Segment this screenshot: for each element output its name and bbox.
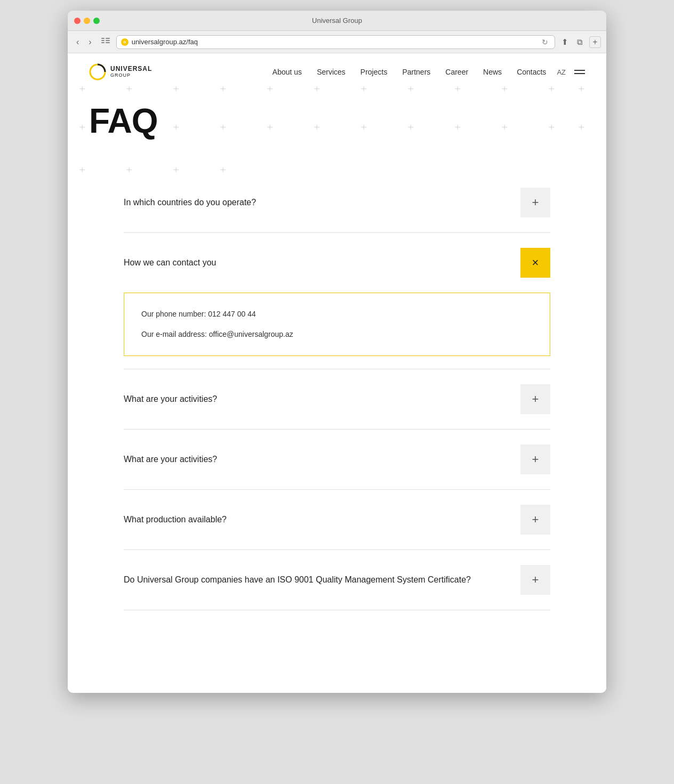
faq-item: What are your activities? + <box>124 430 550 490</box>
nav-link-partners[interactable]: Partners <box>402 68 430 76</box>
faq-phone-value: 012 447 00 44 <box>208 310 256 318</box>
toolbar-actions: ⬆ ⧉ <box>558 35 586 49</box>
svg-rect-2 <box>101 42 105 43</box>
favicon: o <box>121 38 129 46</box>
address-bar[interactable]: o universalgroup.az/faq ↻ <box>116 35 555 49</box>
faq-section: FAQ In which countries do you operate? +… <box>68 91 606 642</box>
nav-link-career[interactable]: Career <box>445 68 468 76</box>
minimize-button[interactable] <box>84 18 90 24</box>
faq-item: Do Universal Group companies have an ISO… <box>124 550 550 610</box>
logo-icon <box>89 63 106 80</box>
faq-question-4[interactable]: What are your activities? + <box>124 430 550 489</box>
faq-toggle-4[interactable]: + <box>520 444 550 474</box>
traffic-lights <box>74 18 100 24</box>
faq-question-5[interactable]: What production available? + <box>124 490 550 549</box>
faq-question-1[interactable]: In which countries do you operate? + <box>124 173 550 232</box>
faq-toggle-2[interactable]: × <box>520 248 550 278</box>
logo-sub: GROUP <box>110 73 152 78</box>
hamburger-menu[interactable] <box>574 70 585 74</box>
maximize-button[interactable] <box>93 18 100 24</box>
faq-phone-line: Our phone number: 012 447 00 44 <box>141 308 533 320</box>
nav-links: About us Services Projects Partners Care… <box>272 68 547 76</box>
title-bar: Universal Group <box>68 11 606 31</box>
page-title: FAQ <box>89 101 585 141</box>
faq-answer-2: Our phone number: 012 447 00 44 Our e-ma… <box>124 293 550 369</box>
forward-button[interactable]: › <box>85 35 94 49</box>
faq-toggle-5[interactable]: + <box>520 505 550 535</box>
faq-question-2[interactable]: How we can contact you × <box>124 233 550 293</box>
faq-question-text-1: In which countries do you operate? <box>124 198 256 207</box>
svg-rect-5 <box>106 42 110 43</box>
share-button[interactable]: ⬆ <box>558 35 572 49</box>
reader-button[interactable] <box>98 35 113 49</box>
nav-link-contacts[interactable]: Contacts <box>517 68 546 76</box>
faq-item: What are your activities? + <box>124 369 550 430</box>
svg-rect-4 <box>106 40 110 41</box>
faq-answer-box: Our phone number: 012 447 00 44 Our e-ma… <box>124 293 550 356</box>
faq-item-open: How we can contact you × Our phone numbe… <box>124 233 550 369</box>
nav-link-about[interactable]: About us <box>272 68 302 76</box>
faq-toggle-3[interactable]: + <box>520 384 550 414</box>
toolbar: ‹ › o universalgroup.az/faq ↻ ⬆ ⧉ + <box>68 31 606 53</box>
svg-rect-3 <box>106 38 110 39</box>
faq-question-text-2: How we can contact you <box>124 258 216 268</box>
faq-toggle-1[interactable]: + <box>520 188 550 217</box>
back-button[interactable]: ‹ <box>73 35 82 49</box>
faq-phone-label: Our phone number: <box>141 310 206 318</box>
faq-email-value: office@universalgroup.az <box>209 330 293 338</box>
svg-rect-0 <box>101 38 105 39</box>
faq-list: In which countries do you operate? + How… <box>124 173 550 610</box>
faq-email-label: Our e-mail address: <box>141 330 207 338</box>
add-tab-button[interactable]: ⧉ <box>574 35 586 49</box>
language-switcher[interactable]: AZ <box>557 68 566 76</box>
window-title: Universal Group <box>312 17 362 25</box>
faq-question-text-5: What production available? <box>124 515 227 524</box>
reload-button[interactable]: ↻ <box>540 37 550 47</box>
faq-question-3[interactable]: What are your activities? + <box>124 369 550 429</box>
navigation: UNIVERSAL GROUP About us Services Projec… <box>68 53 606 91</box>
faq-toggle-6[interactable]: + <box>520 565 550 595</box>
new-tab-button[interactable]: + <box>589 36 601 48</box>
faq-item: In which countries do you operate? + <box>124 173 550 233</box>
page-content: + + + + + + + + + + + + + + + + + + + + … <box>68 53 606 693</box>
hamburger-line-1 <box>574 70 585 71</box>
logo[interactable]: UNIVERSAL GROUP <box>89 63 152 80</box>
browser-window: Universal Group ‹ › o universalgroup.az/… <box>68 11 606 693</box>
nav-link-projects[interactable]: Projects <box>360 68 388 76</box>
faq-question-text-4: What are your activities? <box>124 455 217 464</box>
nav-link-services[interactable]: Services <box>317 68 346 76</box>
svg-rect-1 <box>101 40 105 41</box>
faq-question-text-3: What are your activities? <box>124 394 217 404</box>
logo-name: UNIVERSAL <box>110 66 152 72</box>
faq-email-line: Our e-mail address: office@universalgrou… <box>141 328 533 340</box>
nav-link-news[interactable]: News <box>483 68 502 76</box>
logo-text: UNIVERSAL GROUP <box>110 66 152 78</box>
close-button[interactable] <box>74 18 81 24</box>
faq-item: What production available? + <box>124 490 550 550</box>
url-text: universalgroup.az/faq <box>132 38 198 46</box>
hamburger-line-2 <box>574 73 585 74</box>
faq-question-6[interactable]: Do Universal Group companies have an ISO… <box>124 550 550 610</box>
faq-question-text-6: Do Universal Group companies have an ISO… <box>124 575 471 585</box>
